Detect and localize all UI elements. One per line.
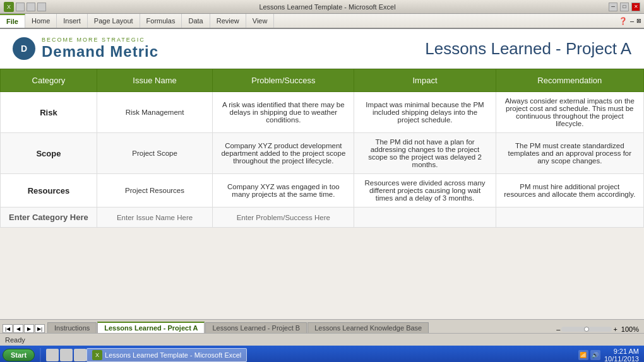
row3-problem[interactable]: Company XYZ was engaged in too many proj… bbox=[213, 174, 354, 207]
col-header-category: Category bbox=[1, 69, 97, 92]
tab-file[interactable]: File bbox=[0, 14, 25, 28]
logo-tagline: Become More Strategic bbox=[42, 37, 158, 43]
status-text: Ready bbox=[5, 336, 25, 344]
row4-problem[interactable]: Enter Problem/Success Here bbox=[213, 207, 354, 228]
taskbar-excel-label: Lessons Learned Template - Microsoft Exc… bbox=[105, 351, 241, 359]
row1-issue[interactable]: Risk Management bbox=[97, 92, 212, 133]
row2-category[interactable]: Scope bbox=[1, 133, 97, 174]
table-header-row: Category Issue Name Problem/Success Impa… bbox=[1, 69, 644, 92]
row1-category[interactable]: Risk bbox=[1, 92, 97, 133]
sheet-tab-project-a[interactable]: Lessons Learned - Project A bbox=[97, 322, 205, 333]
tab-nav-buttons: |◀ ◀ ▶ ▶| bbox=[3, 324, 45, 333]
tab-nav-last[interactable]: ▶| bbox=[35, 324, 45, 333]
table-row: Resources Project Resources Company XYZ … bbox=[1, 174, 644, 207]
table-row: Scope Project Scope Company XYZ product … bbox=[1, 133, 644, 174]
row3-recommendation[interactable]: PM must hire additional project resource… bbox=[496, 174, 643, 207]
col-header-problem: Problem/Success bbox=[213, 69, 354, 92]
tray-icons: 📶 🔊 bbox=[578, 350, 600, 360]
row3-impact[interactable]: Resources were divided across many diffe… bbox=[354, 174, 496, 207]
system-tray: 📶 🔊 9:21 AM 10/11/2013 bbox=[578, 347, 644, 362]
row2-recommendation[interactable]: The PM must create standardized template… bbox=[496, 133, 643, 174]
row2-impact[interactable]: The PM did not have a plan for addressin… bbox=[354, 133, 496, 174]
row3-issue[interactable]: Project Resources bbox=[97, 174, 212, 207]
sheet-tab-project-b[interactable]: Lessons Learned - Project B bbox=[205, 322, 307, 333]
title-bar: X Lessons Learned Template - Microsoft E… bbox=[0, 0, 644, 14]
ribbon-right-icons: ❓–⊠ bbox=[619, 14, 644, 28]
tab-view[interactable]: View bbox=[246, 14, 275, 28]
row1-impact[interactable]: Impact was minimal because the PM includ… bbox=[354, 92, 496, 133]
ribbon: File Home Insert Page Layout Formulas Da… bbox=[0, 14, 644, 29]
spreadsheet-area: D Become More Strategic Demand Metric Le… bbox=[0, 29, 644, 319]
taskbar: Start X Lessons Learned Template - Micro… bbox=[0, 346, 644, 362]
logo-name: Demand Metric bbox=[42, 43, 158, 61]
logo-text: Become More Strategic Demand Metric bbox=[42, 37, 158, 61]
tab-page-layout[interactable]: Page Layout bbox=[88, 14, 140, 28]
taskbar-excel-item[interactable]: X Lessons Learned Template - Microsoft E… bbox=[86, 348, 247, 362]
minimize-button[interactable]: ─ bbox=[609, 3, 617, 11]
row1-recommendation[interactable]: Always consider external impacts on the … bbox=[496, 92, 643, 133]
lessons-table-container: Category Issue Name Problem/Success Impa… bbox=[0, 69, 644, 319]
col-header-issue: Issue Name bbox=[97, 69, 212, 92]
tray-icon-sound[interactable]: 🔊 bbox=[590, 350, 600, 360]
document-header: D Become More Strategic Demand Metric Le… bbox=[0, 29, 644, 69]
taskbar-icon-1[interactable] bbox=[46, 349, 59, 361]
row3-category[interactable]: Resources bbox=[1, 174, 97, 207]
title-bar-controls[interactable]: ─ □ ✕ bbox=[609, 3, 640, 11]
row4-recommendation[interactable] bbox=[496, 207, 643, 228]
tab-data[interactable]: Data bbox=[182, 14, 210, 28]
status-bar: Ready bbox=[0, 333, 644, 346]
zoom-level: 100% bbox=[621, 325, 639, 333]
table-row-empty: Enter Category Here Enter Issue Name Her… bbox=[1, 207, 644, 228]
logo-icon: D bbox=[13, 37, 35, 60]
sheet-tab-bar: |◀ ◀ ▶ ▶| Instructions Lessons Learned -… bbox=[0, 319, 644, 333]
page-title: Lessons Learned - Project A bbox=[425, 39, 631, 59]
row1-problem[interactable]: A risk was identified that there may be … bbox=[213, 92, 354, 133]
sheet-tab-knowledge-base[interactable]: Lessons Learned Knowledge Base bbox=[307, 322, 429, 333]
taskbar-icon-2[interactable] bbox=[60, 349, 73, 361]
logo-area: D Become More Strategic Demand Metric bbox=[13, 37, 158, 61]
taskbar-items bbox=[46, 349, 86, 361]
table-row: Risk Risk Management A risk was identifi… bbox=[1, 92, 644, 133]
row4-issue[interactable]: Enter Issue Name Here bbox=[97, 207, 212, 228]
close-button[interactable]: ✕ bbox=[631, 3, 640, 11]
row2-problem[interactable]: Company XYZ product development departme… bbox=[213, 133, 354, 174]
excel-icon: X bbox=[92, 350, 102, 360]
row2-issue[interactable]: Project Scope bbox=[97, 133, 212, 174]
tab-nav-next[interactable]: ▶ bbox=[24, 324, 34, 333]
tab-review[interactable]: Review bbox=[210, 14, 246, 28]
title-bar-text: Lessons Learned Template - Microsoft Exc… bbox=[46, 3, 609, 11]
tab-nav-first[interactable]: |◀ bbox=[3, 324, 13, 333]
zoom-bar[interactable] bbox=[561, 327, 612, 332]
ribbon-tabs: File Home Insert Page Layout Formulas Da… bbox=[0, 14, 644, 28]
col-header-impact: Impact bbox=[354, 69, 496, 92]
tab-insert[interactable]: Insert bbox=[57, 14, 88, 28]
sheet-tab-instructions[interactable]: Instructions bbox=[47, 322, 97, 333]
tab-home[interactable]: Home bbox=[25, 14, 57, 28]
zoom-minus-button[interactable]: – bbox=[556, 325, 560, 333]
tray-icon-network[interactable]: 📶 bbox=[578, 350, 588, 360]
row4-category[interactable]: Enter Category Here bbox=[1, 207, 97, 228]
lessons-table: Category Issue Name Problem/Success Impa… bbox=[0, 69, 644, 228]
tab-formulas[interactable]: Formulas bbox=[140, 14, 182, 28]
col-header-recommendation: Recommendation bbox=[496, 69, 643, 92]
start-button[interactable]: Start bbox=[3, 349, 35, 361]
row4-impact[interactable] bbox=[354, 207, 496, 228]
tray-time: 9:21 AM 10/11/2013 bbox=[604, 347, 639, 362]
taskbar-icon-3[interactable] bbox=[74, 349, 86, 361]
maximize-button[interactable]: □ bbox=[620, 3, 629, 11]
zoom-plus-button[interactable]: + bbox=[613, 325, 617, 333]
tab-nav-prev[interactable]: ◀ bbox=[13, 324, 23, 333]
